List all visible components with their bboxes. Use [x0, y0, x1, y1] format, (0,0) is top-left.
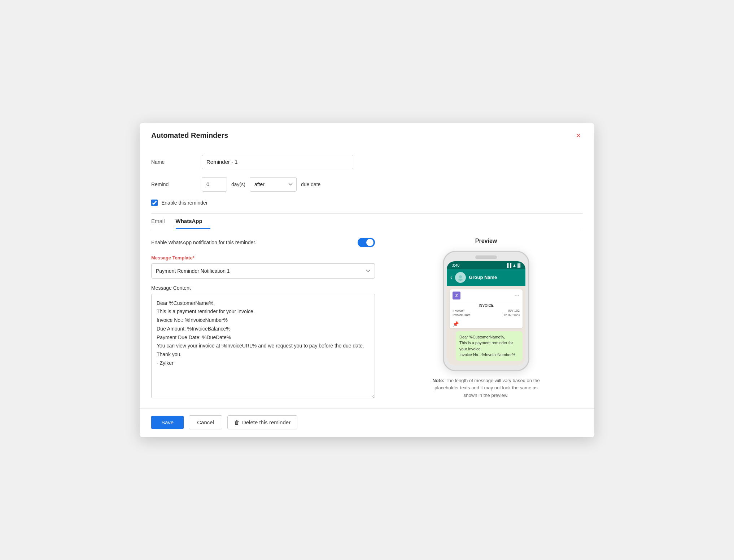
- dialog-title: Automated Reminders: [151, 131, 228, 140]
- phone-mockup: 3:40 ▐▐ ▲ ▓ ‹ Group Name: [443, 251, 529, 371]
- invoice-title: INVOICE: [453, 303, 520, 307]
- name-label: Name: [151, 159, 202, 165]
- toggle-slider: [358, 238, 375, 247]
- msg-content-textarea[interactable]: Dear %CustomerName%, This is a payment r…: [151, 294, 375, 398]
- phone-notch: [475, 255, 497, 259]
- after-select[interactable]: after before: [250, 177, 297, 192]
- invoice-card-header: Z ···: [450, 289, 523, 301]
- invoice-date-value: 12.02.2023: [503, 313, 520, 317]
- invoice-no-label: Invoice#: [453, 309, 465, 312]
- menu-dots-icon: ···: [514, 292, 520, 299]
- name-input[interactable]: [202, 155, 353, 169]
- two-col-layout: Enable WhatsApp notification for this re…: [151, 238, 583, 400]
- invoice-card: Z ··· INVOICE Invoice# INV-102: [450, 289, 523, 328]
- wa-message-bubble: Dear %CustomerName%,This is a payment re…: [456, 331, 523, 361]
- tab-whatsapp[interactable]: WhatsApp: [176, 214, 210, 229]
- delete-button[interactable]: 🗑 Delete this reminder: [227, 415, 297, 429]
- wa-back-icon: ‹: [450, 274, 452, 281]
- remind-field-row: Remind day(s) after before due date: [151, 177, 583, 192]
- days-input[interactable]: [202, 177, 227, 192]
- name-field-row: Name: [151, 155, 583, 169]
- msg-content-label: Message Content: [151, 285, 375, 291]
- days-unit-label: day(s): [231, 181, 245, 187]
- preview-note: Note: The length of message will vary ba…: [428, 377, 544, 399]
- phone-time: 3:40: [452, 263, 459, 267]
- due-date-label: due date: [301, 181, 321, 187]
- svg-point-0: [459, 275, 462, 278]
- cancel-button[interactable]: Cancel: [189, 415, 222, 429]
- note-text-content: The length of message will vary based on…: [434, 378, 539, 398]
- wa-bubble-text: Dear %CustomerName%,This is a payment re…: [459, 335, 515, 357]
- tab-email[interactable]: Email: [151, 214, 173, 229]
- invoice-date-row: Invoice Date 12.02.2023: [453, 313, 520, 317]
- invoice-card-body: INVOICE Invoice# INV-102 Invoice Date 12…: [450, 301, 523, 320]
- dialog-header: Automated Reminders ×: [140, 123, 594, 147]
- template-select[interactable]: Payment Reminder Notification 1: [151, 263, 375, 279]
- phone-screen: 3:40 ▐▐ ▲ ▓ ‹ Group Name: [447, 261, 525, 365]
- remind-label: Remind: [151, 181, 202, 187]
- left-column: Enable WhatsApp notification for this re…: [151, 238, 375, 400]
- wa-avatar: [455, 272, 466, 283]
- save-button[interactable]: Save: [151, 416, 184, 429]
- delete-label: Delete this reminder: [242, 419, 290, 425]
- invoice-no-row: Invoice# INV-102: [453, 309, 520, 312]
- invoice-no-value: INV-102: [508, 309, 520, 312]
- whatsapp-enable-label: Enable WhatsApp notification for this re…: [151, 240, 256, 245]
- pin-icon: 📌: [453, 321, 520, 327]
- right-column: Preview 3:40 ▐▐ ▲ ▓ ‹: [389, 238, 583, 400]
- dialog-body: Name Remind day(s) after before due date…: [140, 155, 594, 408]
- remind-row: day(s) after before due date: [202, 177, 320, 192]
- enable-label[interactable]: Enable this reminder: [161, 200, 207, 206]
- template-label: Message Template*: [151, 255, 375, 261]
- whatsapp-enable-row: Enable WhatsApp notification for this re…: [151, 238, 375, 247]
- preview-title: Preview: [475, 238, 497, 244]
- tabs-bar: Email WhatsApp: [151, 214, 583, 229]
- wa-header: ‹ Group Name: [447, 269, 525, 286]
- dialog-footer: Save Cancel 🗑 Delete this reminder: [140, 408, 594, 437]
- trash-icon: 🗑: [234, 419, 240, 425]
- enable-checkbox[interactable]: [151, 200, 158, 206]
- chat-area: Z ··· INVOICE Invoice# INV-102: [447, 286, 525, 365]
- whatsapp-toggle[interactable]: [358, 238, 375, 247]
- z-icon: Z: [453, 292, 460, 299]
- enable-checkbox-row: Enable this reminder: [151, 200, 583, 206]
- invoice-date-label: Invoice Date: [453, 313, 471, 317]
- note-bold: Note:: [432, 378, 444, 383]
- wa-group-name: Group Name: [469, 275, 497, 280]
- phone-icons: ▐▐ ▲ ▓: [506, 263, 520, 267]
- phone-status-bar: 3:40 ▐▐ ▲ ▓: [447, 261, 525, 269]
- automated-reminders-dialog: Automated Reminders × Name Remind day(s)…: [140, 123, 594, 437]
- close-button[interactable]: ×: [574, 131, 583, 140]
- svg-point-1: [458, 279, 463, 281]
